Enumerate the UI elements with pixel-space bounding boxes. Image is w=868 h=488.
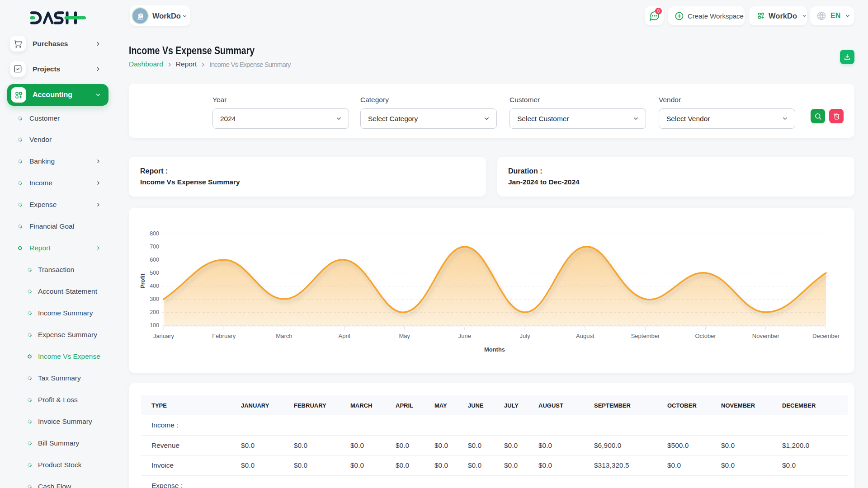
svg-text:March: March <box>276 333 292 339</box>
svg-text:July: July <box>520 333 531 339</box>
svg-text:Months: Months <box>484 346 505 353</box>
svg-text:700: 700 <box>150 244 159 250</box>
svg-text:300: 300 <box>150 296 159 302</box>
svg-text:April: April <box>338 333 350 339</box>
svg-text:December: December <box>812 333 840 339</box>
svg-text:August: August <box>576 333 594 339</box>
svg-text:600: 600 <box>150 257 159 263</box>
svg-text:October: October <box>695 333 716 339</box>
svg-text:100: 100 <box>150 322 159 328</box>
svg-text:February: February <box>212 333 236 339</box>
svg-text:800: 800 <box>150 230 159 237</box>
svg-text:Profit: Profit <box>140 273 146 288</box>
svg-text:January: January <box>153 333 175 339</box>
svg-text:June: June <box>458 333 471 339</box>
svg-text:200: 200 <box>150 309 159 315</box>
svg-text:500: 500 <box>150 270 159 276</box>
svg-text:September: September <box>631 333 660 339</box>
svg-text:May: May <box>399 333 410 339</box>
svg-text:November: November <box>752 333 780 339</box>
svg-text:400: 400 <box>150 283 159 289</box>
